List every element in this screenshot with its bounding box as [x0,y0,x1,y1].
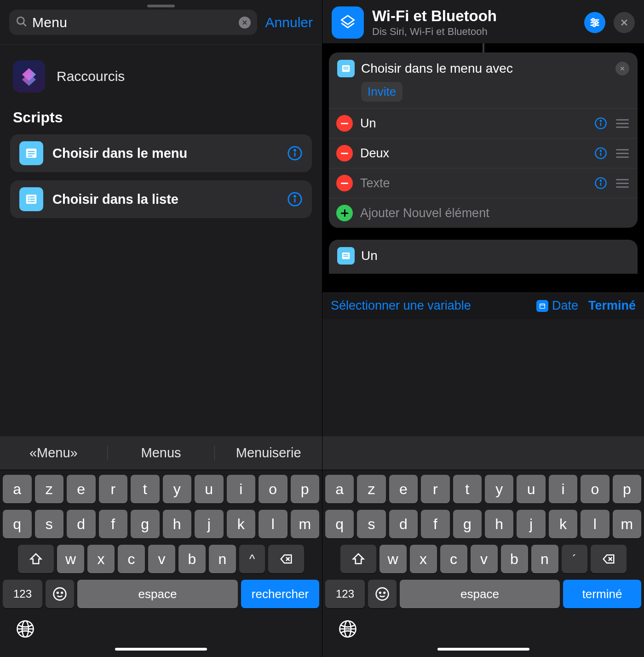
info-icon[interactable] [287,191,303,207]
key-t[interactable]: t [453,475,482,503]
key-k[interactable]: k [227,510,256,538]
key-h[interactable]: h [163,510,192,538]
key-e[interactable]: e [389,475,418,503]
key-b[interactable]: b [178,545,206,573]
space-key[interactable]: espace [400,580,560,608]
delete-key[interactable] [591,545,627,573]
key-d[interactable]: d [67,510,96,538]
numbers-key[interactable]: 123 [325,580,365,608]
action-choose-list[interactable]: Choisir dans la liste [10,180,312,218]
delete-key[interactable] [268,545,304,573]
action-choose-menu[interactable]: Choisir dans le menu [10,134,312,172]
key-q[interactable]: q [325,510,354,538]
remove-icon[interactable] [336,115,353,132]
info-icon[interactable] [594,117,607,130]
info-icon[interactable] [594,147,607,160]
search-input[interactable] [32,15,234,30]
add-icon[interactable] [336,205,353,221]
search-box[interactable] [9,10,257,35]
emoji-key[interactable] [46,580,74,608]
key-n[interactable]: n [531,545,558,573]
search-key[interactable]: rechercher [241,580,319,608]
key-c[interactable]: c [440,545,467,573]
key-x[interactable]: x [410,545,437,573]
select-variable-button[interactable]: Sélectionner une variable [331,299,471,313]
key-u[interactable]: u [195,475,224,503]
key-w[interactable]: w [380,545,407,573]
shift-key[interactable] [18,545,54,573]
key-f[interactable]: f [421,510,449,538]
key-q[interactable]: q [3,510,32,538]
date-chip[interactable]: Date [536,299,578,313]
menu-add-row[interactable]: Ajouter Nouvel élément [329,198,638,228]
key-b[interactable]: b [501,545,528,573]
key-h[interactable]: h [485,510,513,538]
key-e[interactable]: e [67,475,96,503]
close-button[interactable] [614,12,635,33]
space-key[interactable]: espace [77,580,238,608]
editor-canvas[interactable]: Choisir dans le menu avec Invite Un Deux [322,43,644,319]
globe-key[interactable] [325,613,641,645]
option-label[interactable]: Deux [360,146,587,161]
option-label[interactable]: Un [360,116,587,131]
info-icon[interactable] [594,177,607,190]
key-a[interactable]: a [325,475,354,503]
key-n[interactable]: n [209,545,236,573]
key-p[interactable]: p [291,475,320,503]
sheet-grabber[interactable] [147,5,175,7]
remove-icon[interactable] [336,145,353,161]
key-s[interactable]: s [357,510,385,538]
key-u[interactable]: u [517,475,545,503]
action-card-menu[interactable]: Choisir dans le menu avec Invite Un Deux [329,52,638,228]
settings-button[interactable] [584,12,605,33]
key-l[interactable]: l [259,510,288,538]
key-x[interactable]: x [87,545,115,573]
key-l[interactable]: l [581,510,609,538]
key-i[interactable]: i [227,475,256,503]
key-z[interactable]: z [357,475,385,503]
accent-key[interactable]: ´ [562,545,587,573]
key-i[interactable]: i [549,475,577,503]
drag-handle-icon[interactable] [615,119,630,128]
key-p[interactable]: p [613,475,641,503]
key-o[interactable]: o [259,475,288,503]
suggestion[interactable]: Menus [107,445,215,461]
prompt-token[interactable]: Invite [361,82,402,102]
done-button[interactable]: Terminé [588,299,636,313]
key-w[interactable]: w [57,545,84,573]
key-j[interactable]: j [195,510,224,538]
suggestion[interactable]: «Menu» [0,445,107,461]
key-t[interactable]: t [131,475,160,503]
key-m[interactable]: m [291,510,320,538]
key-o[interactable]: o [581,475,609,503]
drag-handle-icon[interactable] [615,149,630,158]
globe-key[interactable] [3,613,319,645]
key-c[interactable]: c [118,545,145,573]
key-g[interactable]: g [453,510,482,538]
key-r[interactable]: r [421,475,449,503]
key-s[interactable]: s [35,510,64,538]
app-row[interactable]: Raccourcis [0,45,322,109]
key-y[interactable]: y [163,475,192,503]
key-r[interactable]: r [99,475,128,503]
action-card-branch[interactable]: Un [329,240,638,274]
clear-search-icon[interactable] [239,17,251,29]
home-indicator[interactable] [115,648,207,651]
key-g[interactable]: g [131,510,160,538]
remove-icon[interactable] [336,175,353,191]
emoji-key[interactable] [368,580,397,608]
accent-key[interactable]: ^ [239,545,265,573]
done-key[interactable]: terminé [563,580,641,608]
key-z[interactable]: z [35,475,64,503]
key-y[interactable]: y [485,475,513,503]
home-indicator[interactable] [437,648,529,651]
drag-handle-icon[interactable] [615,179,630,188]
key-m[interactable]: m [613,510,641,538]
key-v[interactable]: v [148,545,175,573]
suggestion[interactable]: Menuiserie [214,445,322,461]
key-v[interactable]: v [471,545,498,573]
card-close-icon[interactable] [615,62,629,75]
key-d[interactable]: d [389,510,418,538]
cancel-button[interactable]: Annuler [265,15,313,30]
key-k[interactable]: k [549,510,577,538]
